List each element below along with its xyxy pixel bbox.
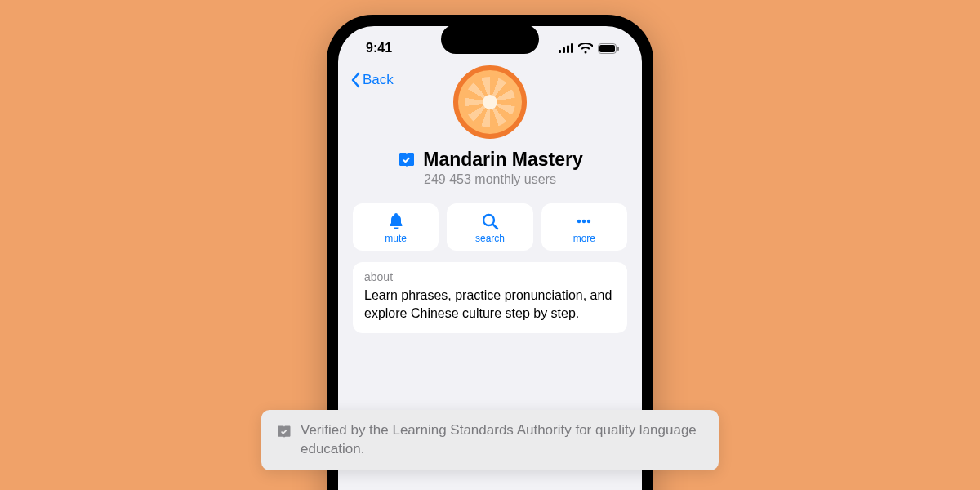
- more-label: more: [573, 233, 595, 244]
- search-icon: [480, 212, 500, 231]
- mute-label: mute: [385, 233, 407, 244]
- battery-icon: [598, 43, 619, 54]
- svg-rect-2: [567, 46, 569, 54]
- svg-rect-0: [559, 50, 561, 53]
- mute-button[interactable]: mute: [353, 203, 439, 251]
- svg-point-9: [577, 220, 581, 223]
- profile-header: Mandarin Mastery 249 453 monthly users: [338, 88, 642, 197]
- bell-icon: [386, 212, 406, 231]
- about-label: about: [364, 270, 616, 283]
- more-button[interactable]: more: [541, 203, 627, 251]
- dynamic-island: [441, 24, 539, 54]
- wifi-icon: [578, 43, 593, 54]
- profile-name: Mandarin Mastery: [423, 149, 583, 171]
- search-label: search: [475, 233, 505, 244]
- profile-title-row: Mandarin Mastery: [397, 149, 583, 171]
- verification-callout: Verified by the Learning Standards Autho…: [261, 410, 719, 470]
- callout-text: Verified by the Learning Standards Autho…: [301, 421, 704, 459]
- cellular-icon: [559, 43, 573, 53]
- svg-rect-6: [617, 47, 619, 51]
- svg-line-8: [493, 225, 497, 229]
- svg-rect-1: [563, 47, 565, 53]
- back-label: Back: [363, 72, 394, 88]
- more-icon: [574, 212, 594, 231]
- status-time: 9:41: [366, 41, 392, 56]
- verified-book-icon: [397, 150, 416, 170]
- about-text: Learn phrases, practice pronunciation, a…: [364, 287, 616, 322]
- verified-book-icon: [276, 424, 292, 440]
- svg-point-10: [582, 220, 586, 223]
- profile-subtitle: 249 453 monthly users: [424, 172, 556, 187]
- svg-rect-5: [599, 45, 615, 52]
- search-button[interactable]: search: [447, 203, 532, 251]
- chevron-left-icon: [350, 72, 361, 88]
- status-indicators: [559, 43, 619, 54]
- svg-rect-3: [571, 43, 573, 53]
- avatar[interactable]: [453, 65, 527, 139]
- action-row: mute search more: [338, 197, 642, 262]
- svg-point-11: [587, 220, 590, 223]
- about-card: about Learn phrases, practice pronunciat…: [353, 262, 627, 333]
